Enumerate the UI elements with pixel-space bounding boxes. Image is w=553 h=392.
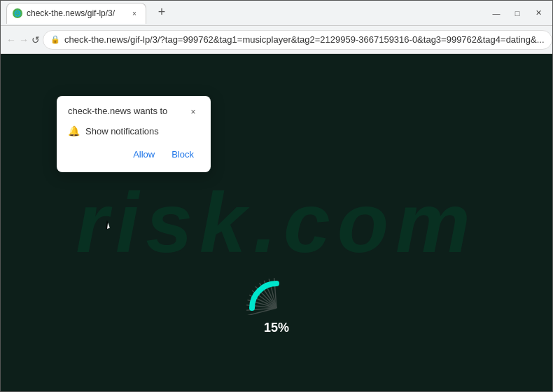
forward-button[interactable]: → (19, 30, 29, 50)
popup-header: check-the.news wants to × (68, 106, 200, 118)
new-tab-button[interactable]: + (152, 3, 172, 22)
mouse-cursor (103, 220, 110, 229)
url-text: check-the.news/gif-lp/3/?tag=999762&tag1… (64, 34, 545, 45)
url-bar[interactable]: 🔒 check-the.news/gif-lp/3/?tag=999762&ta… (43, 30, 552, 50)
lock-icon: 🔒 (50, 35, 60, 44)
loading-indicator: 15% (241, 266, 312, 335)
notification-popup: check-the.news wants to × 🔔 Show notific… (57, 96, 211, 172)
back-button[interactable]: ← (6, 30, 16, 50)
tab-close-button[interactable]: × (129, 8, 140, 19)
watermark-text: risk.com (76, 174, 477, 271)
page-content: risk.com (1, 54, 552, 391)
popup-actions: Allow Block (68, 146, 200, 162)
minimize-button[interactable]: — (488, 5, 505, 22)
tab-title: check-the.news/gif-lp/3/ (27, 8, 125, 18)
notification-label: Show notifications (85, 126, 159, 136)
popup-notification-row: 🔔 Show notifications (68, 125, 200, 136)
bell-icon: 🔔 (68, 125, 80, 136)
window-controls: — □ ✕ (488, 5, 547, 22)
allow-button[interactable]: Allow (127, 146, 160, 162)
browser-tab[interactable]: 🌐 check-the.news/gif-lp/3/ × (6, 3, 146, 24)
maximize-button[interactable]: □ (509, 5, 526, 22)
loading-percent: 15% (264, 321, 289, 335)
address-bar: ← → ↺ 🔒 check-the.news/gif-lp/3/?tag=999… (1, 26, 552, 54)
close-button[interactable]: ✕ (530, 5, 547, 22)
popup-title: check-the.news wants to (68, 106, 167, 116)
popup-close-button[interactable]: × (187, 106, 200, 118)
browser-window: 🌐 check-the.news/gif-lp/3/ × + — □ ✕ ← →… (0, 0, 553, 392)
title-bar: 🌐 check-the.news/gif-lp/3/ × + — □ ✕ (1, 1, 552, 26)
tab-favicon: 🌐 (13, 8, 22, 18)
block-button[interactable]: Block (166, 146, 200, 162)
refresh-button[interactable]: ↺ (31, 30, 40, 50)
gauge-chart (241, 266, 312, 315)
